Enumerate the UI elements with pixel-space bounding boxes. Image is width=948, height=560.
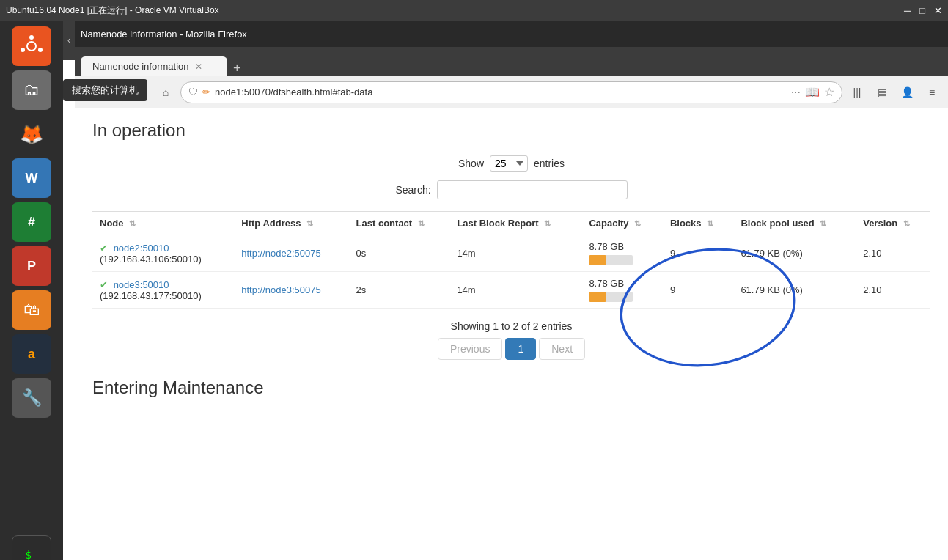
os-titlebar: Ubuntu16.04 Node1 [正在运行] - Oracle VM Vir… [0, 0, 948, 21]
col-blocks-label: Blocks [670, 218, 702, 229]
sidebar-icon-calc[interactable]: # [12, 202, 51, 242]
sidebar: 🗂 🦊 W # P 🛍 a 🔧 $_ [0, 21, 63, 560]
cell-capacity-1: 8.78 GB [581, 272, 663, 309]
sidebar-icon-writer[interactable]: W [12, 158, 51, 198]
section-title: In operation [92, 120, 930, 141]
check-icon-0: ✔ [100, 243, 108, 254]
node-ip-1: (192.168.43.177:50010) [100, 290, 202, 301]
maintenance-title: Entering Maintenance [92, 377, 930, 398]
show-label: Show [458, 158, 484, 169]
os-close-icon[interactable]: ✕ [934, 5, 942, 16]
sidebar-icon-impress[interactable]: P [12, 246, 51, 286]
tooltip: 搜索您的计算机 [75, 79, 147, 101]
sidebar-icon-amazon[interactable]: a [12, 334, 51, 374]
svg-point-2 [29, 35, 34, 40]
os-minimize-icon[interactable]: ─ [904, 5, 911, 16]
capacity-bar-0 [589, 255, 633, 265]
browser-title: Namenode information - Mozilla Firefox [81, 29, 247, 40]
col-last-contact[interactable]: Last contact ⇅ [349, 212, 450, 235]
cell-version-0: 2.10 [856, 235, 930, 272]
cell-node-1: ✔ node3:50010 (192.168.43.177:50010) [92, 272, 234, 309]
cell-http-0: http://node2:50075 [234, 235, 348, 272]
table-row: ✔ node2:50010 (192.168.43.106:50010) htt… [92, 235, 930, 272]
toolbar: ← → ↻ ⌂ 🛡 ✏ node1:50070/dfshealth.html#t… [75, 76, 948, 108]
sidebar-icon-files[interactable]: 🗂 [12, 70, 51, 110]
capacity-bar-1 [589, 292, 633, 302]
sort-node-icon: ⇅ [129, 219, 136, 228]
search-input[interactable] [437, 180, 628, 199]
node-ip-0: (192.168.43.106:50010) [100, 254, 202, 265]
svg-point-3 [38, 48, 43, 52]
reader-view-button[interactable]: ▤ [872, 82, 892, 103]
tab-close-button[interactable]: ✕ [195, 62, 202, 72]
address-bar[interactable]: 🛡 ✏ node1:50070/dfshealth.html#tab-data … [180, 81, 842, 103]
account-button[interactable]: 👤 [897, 82, 917, 103]
check-icon-1: ✔ [100, 279, 108, 290]
sort-contact-icon: ⇅ [418, 219, 425, 228]
col-capacity[interactable]: Capacity ⇅ [581, 212, 663, 235]
capacity-fill-0 [589, 255, 606, 265]
http-link-1[interactable]: http://node3:50075 [241, 284, 320, 295]
node-link-1[interactable]: node3:50010 [114, 279, 169, 290]
more-icon[interactable]: ··· [791, 86, 801, 99]
show-entries-row: Show 25 50 100 entries [458, 155, 565, 172]
home-button[interactable]: ⌂ [155, 82, 176, 103]
sort-blockreport-icon: ⇅ [544, 219, 551, 228]
cell-version-1: 2.10 [856, 272, 930, 309]
cell-blocks-1: 9 [663, 272, 733, 309]
browser-tab[interactable]: Namenode information ✕ [81, 56, 227, 76]
col-blocks[interactable]: Blocks ⇅ [663, 212, 733, 235]
entries-label: entries [534, 158, 565, 169]
entries-select[interactable]: 25 50 100 [490, 155, 528, 172]
pagination-buttons: Previous 1 Next [438, 338, 585, 360]
page-content: In operation Show 25 50 100 entries Sear… [75, 108, 948, 560]
sort-http-icon: ⇅ [306, 219, 313, 228]
sidebar-collapse-arrow[interactable]: ‹ [63, 21, 75, 60]
tab-label: Namenode information [92, 61, 189, 72]
sort-blockpool-icon: ⇅ [820, 219, 826, 228]
cell-blockpool-0: 61.79 KB (0%) [733, 235, 856, 272]
security-icon: ✏ [202, 86, 210, 97]
browser-titlebar: Namenode information - Mozilla Firefox [75, 21, 948, 47]
node-link-0[interactable]: node2:50010 [114, 243, 169, 254]
cell-blockreport-0: 14m [449, 235, 581, 272]
reader-icon[interactable]: 📖 [805, 85, 820, 99]
http-link-0[interactable]: http://node2:50075 [241, 248, 320, 259]
sort-blocks-icon: ⇅ [707, 219, 713, 228]
search-row: Search: [395, 180, 627, 199]
bookmark-icon[interactable]: ☆ [824, 85, 834, 99]
cell-contact-0: 0s [349, 235, 450, 272]
cell-blockpool-1: 61.79 KB (0%) [733, 272, 856, 309]
pagination: Showing 1 to 2 of 2 entries Previous 1 N… [92, 320, 930, 360]
col-blockreport-label: Last Block Report [457, 218, 538, 229]
sidebar-icon-appstore[interactable]: 🛍 [12, 290, 51, 330]
col-version-label: Version [863, 218, 897, 229]
col-node[interactable]: Node ⇅ [92, 212, 234, 235]
sidebar-icon-terminal[interactable]: $_ [12, 535, 51, 560]
os-maximize-icon[interactable]: □ [919, 5, 925, 16]
col-http-address[interactable]: Http Address ⇅ [234, 212, 348, 235]
col-last-block-report[interactable]: Last Block Report ⇅ [449, 212, 581, 235]
menu-button[interactable]: ≡ [922, 82, 942, 103]
table-row: ✔ node3:50010 (192.168.43.177:50010) htt… [92, 272, 930, 309]
page-1-button[interactable]: 1 [505, 338, 536, 360]
col-capacity-label: Capacity [589, 218, 628, 229]
sidebar-icon-tools[interactable]: 🔧 [12, 378, 51, 418]
col-block-pool-used[interactable]: Block pool used ⇅ [733, 212, 856, 235]
previous-button[interactable]: Previous [438, 338, 502, 360]
os-title: Ubuntu16.04 Node1 [正在运行] - Oracle VM Vir… [6, 4, 219, 17]
col-version[interactable]: Version ⇅ [856, 212, 930, 235]
url-display: node1:50070/dfshealth.html#tab-data [215, 86, 787, 97]
table-controls: Show 25 50 100 entries Search: [92, 155, 930, 199]
next-button[interactable]: Next [539, 338, 585, 360]
pagination-info: Showing 1 to 2 of 2 entries [451, 320, 573, 332]
sidebar-icon-firefox[interactable]: 🦊 [12, 114, 51, 154]
capacity-fill-1 [589, 292, 606, 302]
col-contact-label: Last contact [356, 218, 413, 229]
cell-capacity-0: 8.78 GB [581, 235, 663, 272]
sidebar-icon-ubuntu[interactable] [12, 26, 51, 66]
shield-icon: 🛡 [188, 86, 198, 97]
collections-button[interactable]: ||| [847, 82, 867, 103]
cell-http-1: http://node3:50075 [234, 272, 348, 309]
new-tab-button[interactable]: + [233, 61, 241, 76]
